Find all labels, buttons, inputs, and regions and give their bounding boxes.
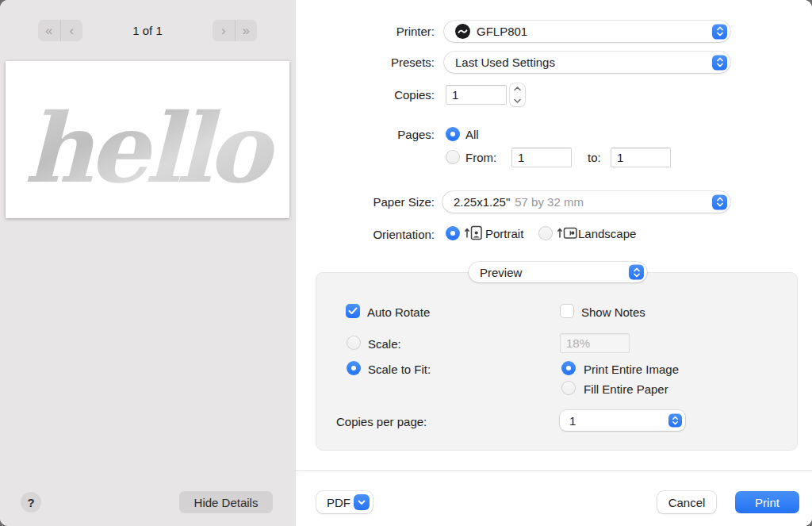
svg-text:hello: hello xyxy=(25,92,277,204)
pages-from-input[interactable] xyxy=(511,148,572,167)
printer-status-icon xyxy=(455,24,470,39)
pdf-menu-button[interactable]: PDF xyxy=(316,491,373,513)
hello-artwork: hello xyxy=(6,61,289,218)
chevron-down-icon xyxy=(354,494,370,510)
select-arrows-icon xyxy=(668,414,682,428)
previous-page-icon: ‹ xyxy=(69,24,74,37)
copies-input[interactable] xyxy=(446,85,507,105)
orientation-landscape-radio[interactable] xyxy=(538,226,553,240)
help-icon: ? xyxy=(27,496,34,509)
print-entire-image-radio[interactable] xyxy=(561,361,576,375)
print-preview-page: hello xyxy=(6,61,289,218)
show-notes-label: Show Notes xyxy=(581,305,645,319)
orientation-portrait-radio[interactable] xyxy=(446,226,460,240)
scale-radio[interactable] xyxy=(347,336,361,350)
select-arrows-icon xyxy=(712,194,727,209)
printer-popup[interactable]: GFLP801 xyxy=(444,21,730,42)
paper-size-popup[interactable]: 2.25x1.25" 57 by 32 mm xyxy=(442,191,730,213)
pages-from-label: From: xyxy=(465,151,496,164)
first-page-icon: « xyxy=(45,24,52,37)
next-page-icon: › xyxy=(221,24,226,37)
print-dialog: « ‹ 1 of 1 › » hello ? xyxy=(0,0,812,526)
help-button[interactable]: ? xyxy=(21,492,41,513)
first-page-button[interactable]: « xyxy=(38,20,60,41)
show-notes-checkbox[interactable] xyxy=(560,304,574,318)
preview-sidebar: « ‹ 1 of 1 › » hello ? xyxy=(0,0,296,526)
next-page-button[interactable]: › xyxy=(213,20,235,41)
orientation-landscape-label: Landscape xyxy=(578,227,636,240)
presets-popup[interactable]: Last Used Settings xyxy=(444,52,730,73)
select-arrows-icon xyxy=(629,265,644,280)
scale-percent-input[interactable] xyxy=(560,333,630,353)
presets-value: Last Used Settings xyxy=(455,56,555,69)
last-page-icon: » xyxy=(243,24,250,37)
copies-stepper[interactable] xyxy=(510,83,525,106)
hide-details-button[interactable]: Hide Details xyxy=(179,491,273,513)
page-nav-forward-group: › » xyxy=(213,20,257,41)
fill-entire-paper-radio[interactable] xyxy=(561,381,576,395)
scale-label: Scale: xyxy=(368,337,401,351)
pages-all-radio[interactable] xyxy=(446,127,460,141)
copies-per-page-popup[interactable]: 1 xyxy=(560,410,685,431)
pane-selector-popup[interactable]: Preview xyxy=(469,262,647,282)
print-entire-image-label: Print Entire Image xyxy=(584,363,679,376)
pages-to-label: to: xyxy=(588,151,601,164)
scale-to-fit-label: Scale to Fit: xyxy=(368,363,431,376)
printer-value: GFLP801 xyxy=(477,25,527,38)
paper-size-metric: 57 by 32 mm xyxy=(515,195,584,209)
checkmark-icon xyxy=(348,307,358,315)
select-arrows-icon xyxy=(712,55,727,70)
page-indicator: 1 of 1 xyxy=(103,24,192,37)
page-nav-back-group: « ‹ xyxy=(38,20,82,41)
previous-page-button[interactable]: ‹ xyxy=(60,20,83,41)
landscape-orientation-icon xyxy=(557,225,577,241)
pane-selector-value: Preview xyxy=(480,266,522,279)
copies-per-page-value: 1 xyxy=(569,414,576,428)
auto-rotate-label: Auto Rotate xyxy=(367,305,430,319)
paper-size-value: 2.25x1.25" xyxy=(454,195,510,209)
stepper-up-icon[interactable] xyxy=(510,83,525,95)
copies-label: Copies: xyxy=(394,88,435,102)
fill-entire-paper-label: Fill Entire Paper xyxy=(584,382,668,396)
pages-all-label: All xyxy=(465,128,479,141)
cancel-button[interactable]: Cancel xyxy=(657,491,716,513)
portrait-orientation-icon xyxy=(464,225,483,241)
pages-to-input[interactable] xyxy=(611,148,671,167)
printer-label: Printer: xyxy=(396,25,435,38)
pages-range-radio[interactable] xyxy=(446,150,460,164)
print-button[interactable]: Print xyxy=(735,491,799,513)
presets-label: Presets: xyxy=(391,56,435,69)
orientation-portrait-label: Portrait xyxy=(485,227,523,240)
stepper-down-icon[interactable] xyxy=(510,95,525,107)
pages-label: Pages: xyxy=(397,128,435,141)
paper-size-label: Paper Size: xyxy=(373,195,435,209)
orientation-label: Orientation: xyxy=(373,228,435,241)
last-page-button[interactable]: » xyxy=(235,20,258,41)
scale-to-fit-radio[interactable] xyxy=(347,361,361,375)
footer-divider xyxy=(296,470,812,471)
auto-rotate-checkbox[interactable] xyxy=(346,304,360,318)
select-arrows-icon xyxy=(712,24,727,39)
copies-per-page-label: Copies per page: xyxy=(336,415,427,428)
